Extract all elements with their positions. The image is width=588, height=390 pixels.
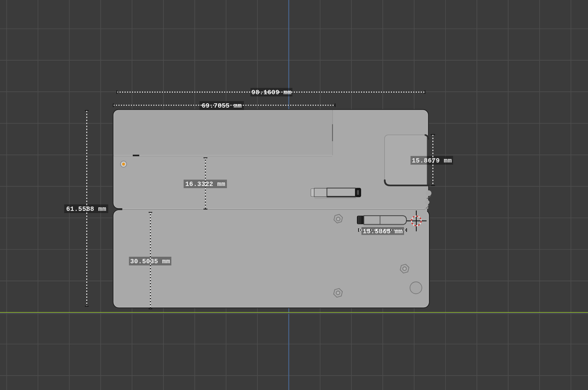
svg-text:69.7855 mm: 69.7855 mm (202, 102, 242, 109)
svg-text:30.5035 mm: 30.5035 mm (130, 258, 170, 265)
svg-text:98.1609 mm: 98.1609 mm (251, 89, 291, 96)
svg-text:15.5865 mm: 15.5865 mm (363, 228, 403, 235)
svg-text:15.8679 mm: 15.8679 mm (412, 157, 452, 164)
svg-text:16.3322 mm: 16.3322 mm (185, 181, 225, 188)
svg-text:61.5588 mm: 61.5588 mm (66, 205, 106, 213)
